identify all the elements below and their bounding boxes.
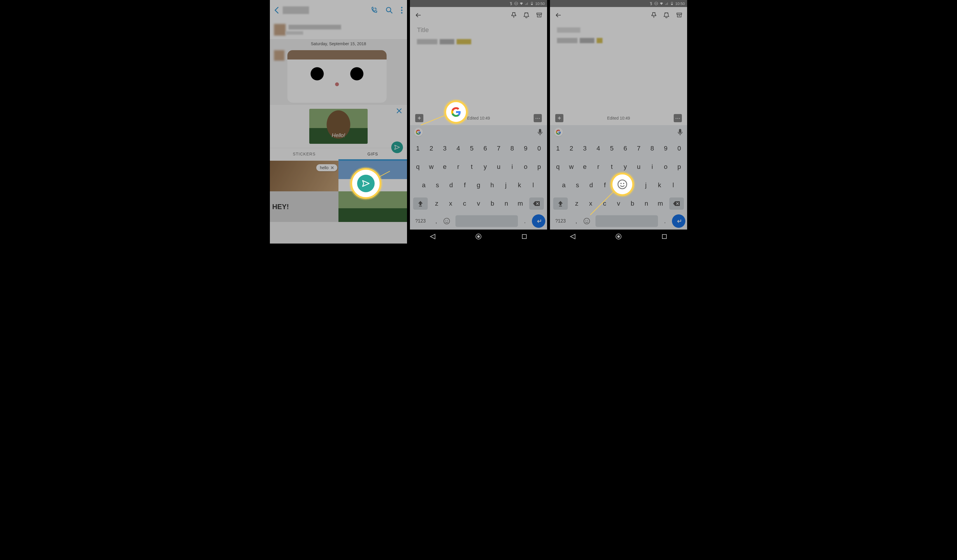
key-p[interactable]: p (534, 163, 544, 170)
key-x[interactable]: x (586, 200, 595, 207)
nav-back[interactable] (429, 233, 436, 240)
key-d[interactable]: d (446, 181, 456, 189)
key-v[interactable]: v (614, 200, 624, 207)
key-z[interactable]: z (572, 200, 582, 207)
key-e[interactable]: e (440, 163, 450, 170)
key-q[interactable]: q (553, 163, 563, 170)
key-9[interactable]: 9 (521, 145, 531, 152)
archive-icon[interactable] (536, 12, 542, 18)
key-d[interactable]: d (586, 181, 596, 189)
gif-search-pill[interactable]: hello (316, 164, 337, 171)
note-menu-button[interactable]: ⋯ (674, 114, 682, 122)
key-9[interactable]: 9 (661, 145, 671, 152)
key-q[interactable]: q (413, 163, 423, 170)
key-w[interactable]: w (566, 163, 576, 170)
key-6[interactable]: 6 (620, 145, 630, 152)
key-s[interactable]: s (433, 181, 442, 189)
key-7[interactable]: 7 (494, 145, 504, 152)
key-l[interactable]: l (528, 181, 538, 189)
google-search-key[interactable] (414, 128, 423, 137)
gif-result[interactable]: HEY! (270, 191, 338, 222)
key-n[interactable]: n (501, 200, 511, 207)
key-k[interactable]: k (655, 181, 665, 189)
nav-recents[interactable] (661, 233, 668, 240)
key-7[interactable]: 7 (634, 145, 644, 152)
key-r[interactable]: r (453, 163, 463, 170)
key-y[interactable]: y (620, 163, 630, 170)
key-3[interactable]: 3 (440, 145, 450, 152)
emoji-key[interactable] (583, 218, 594, 225)
back-icon[interactable] (415, 12, 422, 19)
more-options-icon[interactable] (401, 6, 403, 14)
key-e[interactable]: e (580, 163, 590, 170)
backspace-key[interactable] (529, 197, 544, 210)
enter-key[interactable] (672, 215, 685, 228)
key-o[interactable]: o (661, 163, 671, 170)
key-b[interactable]: b (628, 200, 638, 207)
key-p[interactable]: p (674, 163, 684, 170)
space-key[interactable] (455, 215, 518, 227)
key-4[interactable]: 4 (453, 145, 463, 152)
key-3[interactable]: 3 (580, 145, 590, 152)
note-body[interactable]: Title (410, 23, 547, 111)
note-body[interactable] (550, 23, 687, 111)
received-gif-message[interactable] (287, 50, 387, 103)
mic-icon[interactable] (537, 129, 543, 136)
key-8[interactable]: 8 (647, 145, 657, 152)
reminder-icon[interactable] (523, 12, 529, 18)
add-button[interactable]: + (555, 114, 564, 122)
tab-stickers[interactable]: STICKERS (270, 148, 338, 161)
emoji-key[interactable] (443, 218, 454, 225)
key-z[interactable]: z (432, 200, 442, 207)
period-key[interactable]: . (660, 218, 670, 225)
nav-home[interactable] (615, 233, 622, 240)
gif-result[interactable]: hello (270, 161, 338, 191)
key-2[interactable]: 2 (426, 145, 436, 152)
backspace-key[interactable] (669, 197, 684, 210)
key-y[interactable]: y (480, 163, 490, 170)
shift-key[interactable] (413, 197, 428, 210)
key-m[interactable]: m (515, 200, 525, 207)
key-o[interactable]: o (521, 163, 531, 170)
symbols-key[interactable]: ?123 (552, 218, 569, 224)
close-icon[interactable] (396, 107, 402, 114)
key-w[interactable]: w (426, 163, 436, 170)
send-button[interactable] (391, 142, 403, 153)
key-8[interactable]: 8 (507, 145, 517, 152)
google-search-key[interactable] (554, 128, 563, 137)
key-6[interactable]: 6 (480, 145, 490, 152)
key-5[interactable]: 5 (467, 145, 477, 152)
key-h[interactable]: h (487, 181, 497, 189)
comma-key[interactable]: , (431, 218, 441, 225)
key-x[interactable]: x (445, 200, 455, 207)
key-2[interactable]: 2 (566, 145, 576, 152)
key-1[interactable]: 1 (413, 145, 423, 152)
key-r[interactable]: r (594, 163, 603, 170)
key-0[interactable]: 0 (674, 145, 684, 152)
pin-icon[interactable] (511, 12, 517, 18)
key-b[interactable]: b (488, 200, 497, 207)
key-k[interactable]: k (515, 181, 524, 189)
search-icon[interactable] (385, 6, 393, 14)
key-4[interactable]: 4 (594, 145, 603, 152)
enter-key[interactable] (532, 215, 545, 228)
key-l[interactable]: l (668, 181, 678, 189)
back-icon[interactable] (274, 6, 279, 14)
key-n[interactable]: n (641, 200, 651, 207)
note-menu-button[interactable]: ⋯ (534, 114, 542, 122)
nav-home[interactable] (475, 233, 482, 240)
reminder-icon[interactable] (663, 12, 670, 18)
key-u[interactable]: u (634, 163, 644, 170)
key-s[interactable]: s (572, 181, 583, 189)
period-key[interactable]: . (520, 218, 530, 225)
key-t[interactable]: t (467, 163, 477, 170)
symbols-key[interactable]: ?123 (412, 218, 429, 224)
key-f[interactable]: f (460, 181, 470, 189)
key-j[interactable]: j (501, 181, 511, 189)
nav-back[interactable] (569, 233, 576, 240)
key-j[interactable]: j (641, 181, 651, 189)
key-a[interactable]: a (559, 181, 569, 189)
key-a[interactable]: a (418, 181, 429, 189)
key-u[interactable]: u (494, 163, 504, 170)
key-f[interactable]: f (600, 181, 610, 189)
